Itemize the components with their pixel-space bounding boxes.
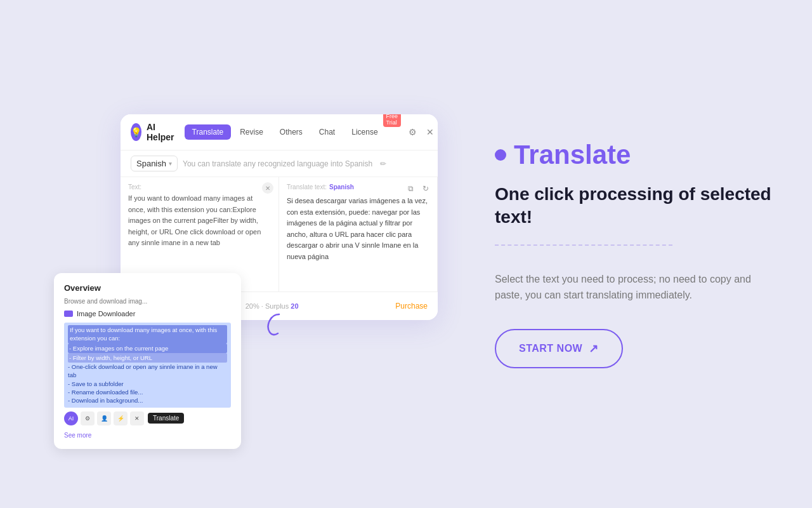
browser-overview-card: Overview Browse and download imag... Ima…: [54, 273, 241, 449]
browser-card-title: Overview: [64, 283, 231, 293]
dropdown-arrow-icon: ▾: [169, 160, 172, 167]
purchase-button[interactable]: Purchase: [395, 302, 428, 311]
target-lang-label: Spanish: [329, 184, 354, 190]
refresh-icon[interactable]: ↻: [419, 182, 432, 195]
source-panel-label: Text:: [128, 184, 271, 190]
target-text: Si desea descargar varias imágenes a la …: [287, 196, 429, 263]
toolbar-icon-3[interactable]: ⚡: [114, 411, 128, 425]
nav-tabs: Translate Revise Others Chat License Fre…: [185, 124, 402, 140]
tab-translate[interactable]: Translate: [185, 124, 232, 140]
selected-line-4: - One-click download or open any sinnle …: [68, 363, 227, 380]
dashed-divider: [495, 244, 672, 246]
usage-number: 20: [291, 302, 298, 310]
target-panel-label: Translate text:: [287, 184, 327, 190]
language-selector[interactable]: Spanish ▾: [131, 156, 178, 171]
source-text: If you want to download many images at o…: [128, 193, 271, 249]
translate-pill-button[interactable]: Translate: [148, 413, 184, 424]
selected-line-5: - Save to a subfolder: [68, 380, 227, 388]
selected-text-area: If you want to download many images at o…: [64, 323, 231, 408]
settings-icon[interactable]: ⚙: [406, 126, 419, 138]
arrow-icon: ↗: [589, 342, 599, 356]
right-section: Translate One click processing of select…: [469, 140, 774, 368]
tab-revise[interactable]: Revise: [232, 124, 271, 140]
section-heading: Translate: [514, 140, 631, 170]
language-bar: Spanish ▾ You can translate any recogniz…: [121, 150, 438, 177]
copy-icon[interactable]: ⧉: [404, 182, 417, 195]
close-icon[interactable]: ✕: [424, 126, 436, 138]
selected-text-block: If you want to download many images at o…: [64, 323, 231, 408]
heading-row: Translate: [495, 140, 774, 170]
nav-license-wrap: License Free Trial: [344, 124, 401, 140]
selected-line-7: - Download in background...: [68, 396, 227, 404]
purple-dot-icon: [495, 149, 506, 161]
toolbar-purple-icon[interactable]: AI: [64, 411, 78, 425]
sub-description: Select the text you need to process; no …: [495, 271, 761, 304]
selected-line-1: If you want to download many images at o…: [68, 325, 227, 344]
language-placeholder: You can translate any recognized languag…: [183, 159, 372, 168]
browser-card-description: Browse and download imag...: [64, 298, 231, 305]
see-more-link[interactable]: See more: [64, 432, 231, 439]
selected-line-3: - Filter by width, height, or URL: [68, 353, 227, 363]
selected-line-2: - Explore images on the current page: [68, 344, 227, 353]
toolbar-close-icon[interactable]: ✕: [130, 411, 144, 425]
selected-line-6: - Rename downloaded file...: [68, 388, 227, 396]
app-title: AI Helper: [147, 122, 174, 142]
free-trial-badge: Free Trial: [383, 114, 402, 127]
start-now-label: START NOW: [519, 343, 582, 354]
app-header: 💡 AI Helper Translate Revise Others Chat…: [121, 114, 438, 150]
curl-decoration: [254, 308, 285, 340]
main-headline: One click processing of selected text!: [495, 183, 774, 229]
language-label: Spanish: [136, 159, 166, 168]
left-section: 💡 AI Helper Translate Revise Others Chat…: [38, 0, 444, 508]
target-panel-actions: ⧉ ↻: [404, 182, 432, 195]
toolbar-icon-2[interactable]: 👤: [97, 411, 111, 425]
extension-row: Image Downloader: [64, 310, 231, 318]
tab-license[interactable]: License: [344, 124, 385, 140]
edit-icon[interactable]: ✏: [380, 159, 386, 168]
browser-toolbar: AI ⚙ 👤 ⚡ ✕ Translate: [64, 411, 231, 425]
header-actions: ⚙ ✕: [406, 126, 436, 138]
extension-icon: [64, 311, 73, 317]
start-now-button[interactable]: START NOW ↗: [495, 329, 623, 368]
extension-name: Image Downloader: [77, 310, 135, 318]
target-panel: Translate text: Spanish Si desea descarg…: [279, 177, 438, 291]
tab-chat[interactable]: Chat: [311, 124, 343, 140]
toolbar-icon-1[interactable]: ⚙: [81, 411, 95, 425]
clear-source-button[interactable]: ✕: [262, 182, 273, 194]
app-logo-icon: 💡: [131, 123, 141, 141]
tab-others[interactable]: Others: [272, 124, 310, 140]
